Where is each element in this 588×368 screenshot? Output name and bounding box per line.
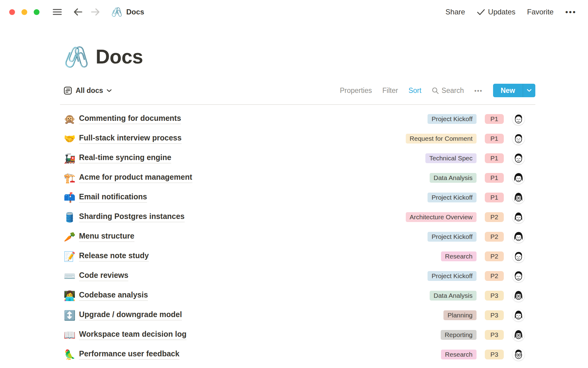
person-avatar-icon bbox=[512, 231, 525, 243]
zoom-button[interactable] bbox=[34, 9, 40, 15]
toolbar-more-button[interactable]: ••• bbox=[474, 86, 483, 95]
page-header: 🖇️ Docs bbox=[60, 45, 535, 68]
priority-badge: P2 bbox=[485, 271, 504, 281]
arrow-left-icon bbox=[73, 8, 83, 16]
doc-title[interactable]: Upgrade / downgrade model bbox=[79, 310, 182, 320]
window-controls bbox=[9, 9, 40, 15]
doc-tag: Project Kickoff bbox=[428, 114, 477, 124]
titlebar-doc-emoji: 🖇️ bbox=[111, 8, 122, 17]
new-button[interactable]: New bbox=[493, 84, 523, 97]
doc-row[interactable]: 🏗️ Acme for product management Data Anal… bbox=[60, 168, 535, 188]
priority-badge: P3 bbox=[485, 350, 504, 359]
doc-tag: Research bbox=[441, 350, 477, 359]
priority-badge: P1 bbox=[485, 173, 504, 183]
updates-button[interactable]: Updates bbox=[477, 8, 515, 16]
sidebar-toggle-button[interactable] bbox=[52, 8, 62, 16]
doc-tag: Technical Spec bbox=[425, 153, 477, 163]
search-label: Search bbox=[442, 86, 464, 95]
person-avatar-icon bbox=[512, 348, 525, 361]
doc-tag: Project Kickoff bbox=[428, 271, 477, 281]
chevron-down-icon bbox=[107, 89, 112, 92]
back-button[interactable] bbox=[73, 8, 83, 16]
forward-button[interactable] bbox=[90, 8, 100, 16]
filter-button[interactable]: Filter bbox=[383, 86, 398, 95]
doc-list: 🙊 Commenting for documents Project Kicko… bbox=[60, 109, 535, 364]
doc-list-icon bbox=[64, 86, 72, 95]
doc-row[interactable]: 🚂 Real-time syncing engine Technical Spe… bbox=[60, 148, 535, 168]
doc-title[interactable]: Acme for product management bbox=[79, 173, 192, 183]
priority-badge: P1 bbox=[485, 153, 504, 163]
avatar bbox=[512, 309, 525, 321]
doc-row[interactable]: 🛢️ Sharding Postgres instances Architect… bbox=[60, 207, 535, 227]
doc-title[interactable]: Menu structure bbox=[79, 232, 134, 242]
avatar bbox=[512, 329, 525, 341]
window-titlebar: 🖇️ Docs Share Updates Favorite ••• bbox=[0, 0, 588, 24]
search-button[interactable]: Search bbox=[432, 86, 464, 95]
properties-button[interactable]: Properties bbox=[340, 86, 372, 95]
doc-tag: Request for Comment bbox=[406, 134, 477, 144]
priority-badge: P2 bbox=[485, 232, 504, 242]
new-split-button: New bbox=[493, 84, 535, 97]
doc-row[interactable]: 🥕 Menu structure Project Kickoff P2 bbox=[60, 227, 535, 247]
arrow-right-icon bbox=[90, 8, 100, 16]
check-icon bbox=[477, 9, 485, 15]
doc-row[interactable]: ⌨️ Code reviews Project Kickoff P2 bbox=[60, 266, 535, 286]
priority-badge: P3 bbox=[485, 310, 504, 320]
person-avatar-icon bbox=[512, 329, 525, 341]
chevron-down-icon bbox=[527, 89, 532, 92]
titlebar-actions: Share Updates Favorite ••• bbox=[446, 8, 576, 16]
doc-tag: Project Kickoff bbox=[428, 232, 477, 242]
doc-row[interactable]: 🙊 Commenting for documents Project Kicko… bbox=[60, 109, 535, 129]
view-toolbar: All docs Properties Filter Sort Search •… bbox=[60, 83, 535, 98]
doc-row[interactable]: 🦜 Performance user feedback Research P3 bbox=[60, 345, 535, 364]
favorite-label: Favorite bbox=[527, 8, 554, 16]
titlebar-title: Docs bbox=[126, 8, 144, 16]
doc-title[interactable]: Workspace team decision log bbox=[79, 330, 187, 340]
window-more-button[interactable]: ••• bbox=[565, 8, 576, 16]
doc-emoji: 🙊 bbox=[64, 114, 77, 124]
doc-title[interactable]: Email notifications bbox=[79, 192, 147, 203]
doc-title[interactable]: Performance user feedback bbox=[79, 349, 179, 360]
person-avatar-icon bbox=[512, 211, 525, 223]
avatar bbox=[512, 289, 525, 302]
page-emoji[interactable]: 🖇️ bbox=[64, 47, 89, 67]
doc-row[interactable]: ↕️ Upgrade / downgrade model Planning P3 bbox=[60, 305, 535, 325]
doc-title[interactable]: Commenting for documents bbox=[79, 114, 181, 124]
doc-row[interactable]: 📫 Email notifications Project Kickoff P1 bbox=[60, 188, 535, 207]
doc-emoji: 🛢️ bbox=[64, 213, 77, 222]
new-dropdown-button[interactable] bbox=[523, 84, 535, 97]
doc-title[interactable]: Code reviews bbox=[79, 271, 128, 281]
doc-title[interactable]: Full-stack interview process bbox=[79, 133, 182, 144]
doc-emoji: ↕️ bbox=[64, 311, 77, 320]
person-avatar-icon bbox=[512, 172, 525, 184]
doc-emoji: 👩‍💻 bbox=[64, 291, 77, 301]
favorite-button[interactable]: Favorite bbox=[527, 8, 554, 16]
share-label: Share bbox=[446, 8, 465, 16]
hamburger-icon bbox=[52, 8, 62, 16]
doc-tag: Data Analysis bbox=[430, 291, 477, 301]
doc-title[interactable]: Release note study bbox=[79, 251, 149, 262]
doc-title[interactable]: Sharding Postgres instances bbox=[79, 212, 185, 222]
sort-button[interactable]: Sort bbox=[409, 86, 421, 95]
view-switcher[interactable]: All docs bbox=[64, 86, 112, 95]
doc-row[interactable]: 📖 Workspace team decision log Reporting … bbox=[60, 325, 535, 345]
avatar bbox=[512, 348, 525, 361]
doc-tag: Architecture Overview bbox=[406, 212, 477, 222]
doc-emoji: 🏗️ bbox=[64, 173, 77, 183]
avatar bbox=[512, 270, 525, 282]
minimize-button[interactable] bbox=[21, 9, 27, 15]
doc-row[interactable]: 🤝 Full-stack interview process Request f… bbox=[60, 129, 535, 148]
close-button[interactable] bbox=[9, 9, 15, 15]
avatar bbox=[512, 172, 525, 184]
doc-tag: Reporting bbox=[441, 330, 477, 340]
share-button[interactable]: Share bbox=[446, 8, 465, 16]
avatar bbox=[512, 250, 525, 263]
doc-title[interactable]: Real-time syncing engine bbox=[79, 153, 171, 163]
doc-row[interactable]: 👩‍💻 Codebase analysis Data Analysis P3 bbox=[60, 286, 535, 305]
doc-title[interactable]: Codebase analysis bbox=[79, 290, 148, 301]
person-avatar-icon bbox=[512, 250, 525, 263]
person-avatar-icon bbox=[512, 152, 525, 164]
doc-row[interactable]: 📝 Release note study Research P2 bbox=[60, 247, 535, 266]
person-avatar-icon bbox=[512, 270, 525, 282]
page-title[interactable]: Docs bbox=[96, 45, 143, 68]
